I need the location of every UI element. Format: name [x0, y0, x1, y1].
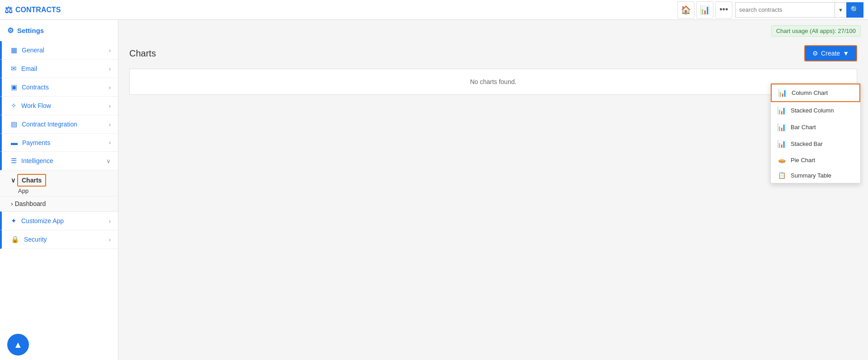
main-content: Chart usage (All apps): 27/100 Charts ⚙ … — [118, 20, 868, 360]
page-title: Charts — [129, 48, 156, 59]
email-label: Email — [21, 65, 37, 72]
content-header: Charts ⚙ Create ▼ — [129, 45, 857, 61]
brand-icon: ⚖ — [5, 5, 13, 15]
charts-box: Charts — [17, 174, 46, 187]
general-chevron: › — [109, 47, 111, 54]
nav-icons: 🏠 📊 ••• — [677, 1, 732, 19]
contracts-label: Contracts — [22, 84, 49, 91]
summary-table-label: Summary Table — [791, 172, 831, 179]
summary-table-icon: 📋 — [777, 172, 786, 179]
dashboard-expand-icon: › — [11, 200, 13, 207]
sidebar-item-workflow[interactable]: ✧ Work Flow › — [0, 97, 118, 115]
settings-header: ⚙ Settings — [0, 20, 118, 41]
contract-integration-icon: ▤ — [11, 120, 17, 128]
charts-title[interactable]: ∨ Charts — [11, 174, 111, 187]
intelligence-label: Intelligence — [21, 157, 53, 164]
customize-label: Customize App — [21, 217, 64, 224]
pie-chart-label: Pie Chart — [791, 157, 815, 164]
bar-chart-icon: 📊 — [777, 123, 786, 131]
search-input[interactable] — [735, 2, 835, 18]
contract-integration-chevron: › — [109, 121, 111, 128]
dropdown-item-pie-chart[interactable]: 🥧 Pie Chart — [771, 152, 860, 168]
chart-type-dropdown: 📊 Column Chart 📊 Stacked Column 📊 Bar Ch… — [770, 83, 861, 183]
search-button[interactable]: 🔍 — [846, 2, 863, 18]
stacked-column-label: Stacked Column — [791, 107, 834, 114]
no-charts-box: No charts found. — [129, 69, 857, 95]
sidebar-item-customize[interactable]: ✦ Customize App › — [0, 211, 118, 230]
dropdown-item-stacked-column[interactable]: 📊 Stacked Column — [771, 102, 860, 119]
dropdown-item-column-chart[interactable]: 📊 Column Chart — [771, 84, 860, 102]
search-dropdown-button[interactable]: ▼ — [835, 2, 846, 18]
workflow-label: Work Flow — [21, 102, 51, 109]
top-nav: ⚖ CONTRACTS 🏠 📊 ••• ▼ 🔍 — [0, 0, 868, 20]
email-chevron: › — [109, 65, 111, 72]
charts-label: Charts — [22, 177, 42, 184]
no-charts-text: No charts found. — [470, 78, 517, 85]
app-label: App — [11, 187, 111, 194]
layout: ⚙ Settings ▦ General › ✉ Email › ▣ Contr… — [0, 20, 868, 360]
more-button[interactable]: ••• — [715, 1, 732, 19]
customize-icon: ✦ — [11, 217, 17, 225]
stacked-column-icon: 📊 — [777, 106, 786, 115]
sidebar: ⚙ Settings ▦ General › ✉ Email › ▣ Contr… — [0, 20, 118, 360]
gear-icon: ⚙ — [7, 26, 14, 35]
workflow-chevron: › — [109, 103, 111, 109]
charts-section: ∨ Charts App — [0, 170, 118, 196]
column-chart-icon: 📊 — [778, 89, 787, 97]
create-chevron-icon: ▼ — [843, 50, 849, 57]
dropdown-item-stacked-bar[interactable]: 📊 Stacked Bar — [771, 136, 860, 152]
create-button[interactable]: ⚙ Create ▼ — [804, 45, 857, 61]
dropdown-item-bar-chart[interactable]: 📊 Bar Chart — [771, 119, 860, 136]
chart-button[interactable]: 📊 — [696, 1, 713, 19]
contracts-chevron: › — [109, 84, 111, 91]
sidebar-item-general[interactable]: ▦ General › — [0, 41, 118, 60]
sidebar-item-security[interactable]: 🔒 Security › — [0, 230, 118, 249]
column-chart-label: Column Chart — [792, 89, 828, 96]
home-button[interactable]: 🏠 — [677, 1, 694, 19]
contracts-icon: ▣ — [11, 83, 17, 91]
sidebar-item-contract-integration[interactable]: ▤ Contract Integration › — [0, 115, 118, 134]
security-chevron: › — [109, 236, 111, 243]
brand: ⚖ CONTRACTS — [5, 5, 61, 15]
payments-icon: ▬ — [11, 139, 18, 146]
stacked-bar-label: Stacked Bar — [791, 140, 823, 147]
customize-chevron: › — [109, 218, 111, 224]
stacked-bar-icon: 📊 — [777, 140, 786, 148]
sidebar-item-payments[interactable]: ▬ Payments › — [0, 134, 118, 152]
general-label: General — [22, 47, 44, 54]
settings-label: Settings — [17, 27, 44, 34]
search-area: ▼ 🔍 — [735, 2, 863, 18]
security-label: Security — [24, 236, 47, 243]
security-icon: 🔒 — [11, 235, 19, 243]
dashboard-label: Dashboard — [15, 200, 46, 207]
workflow-icon: ✧ — [11, 102, 17, 110]
intelligence-icon: ☰ — [11, 157, 17, 165]
payments-chevron: › — [109, 139, 111, 146]
pie-chart-icon: 🥧 — [777, 156, 786, 164]
sidebar-item-dashboard[interactable]: › Dashboard — [0, 196, 118, 211]
chart-usage-badge: Chart usage (All apps): 27/100 — [771, 25, 861, 37]
bar-chart-label: Bar Chart — [791, 124, 816, 131]
create-settings-icon: ⚙ — [812, 50, 818, 57]
charts-collapse-icon: ∨ — [11, 177, 15, 184]
scroll-up-button[interactable]: ▲ — [7, 334, 29, 355]
payments-label: Payments — [22, 139, 50, 146]
sidebar-item-email[interactable]: ✉ Email › — [0, 60, 118, 78]
email-icon: ✉ — [11, 65, 17, 73]
dropdown-item-summary-table[interactable]: 📋 Summary Table — [771, 168, 860, 183]
contract-integration-label: Contract Integration — [22, 121, 77, 128]
brand-title: CONTRACTS — [15, 6, 61, 14]
create-label: Create — [821, 50, 840, 57]
sidebar-item-intelligence[interactable]: ☰ Intelligence ∨ — [0, 152, 118, 170]
intelligence-chevron: ∨ — [106, 158, 111, 164]
general-icon: ▦ — [11, 46, 17, 54]
sidebar-item-contracts[interactable]: ▣ Contracts › — [0, 78, 118, 97]
